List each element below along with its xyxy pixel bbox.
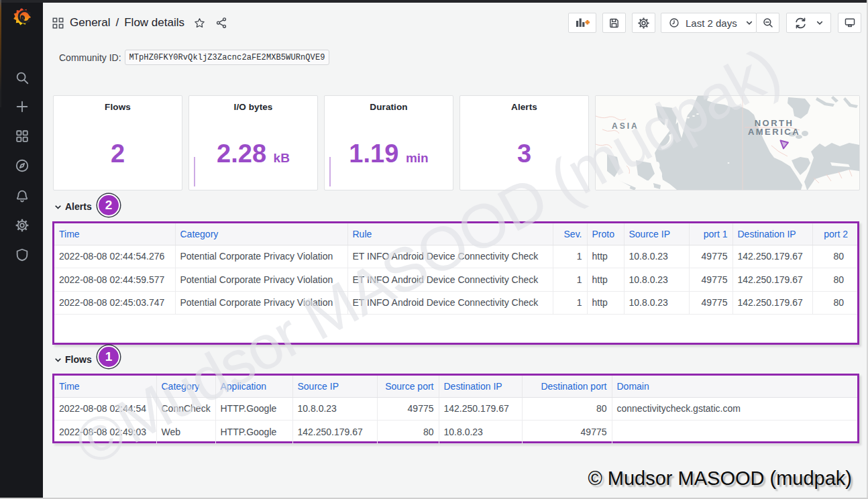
svg-text:AMERICA: AMERICA (748, 127, 800, 137)
svg-text:ASIA: ASIA (612, 121, 639, 131)
